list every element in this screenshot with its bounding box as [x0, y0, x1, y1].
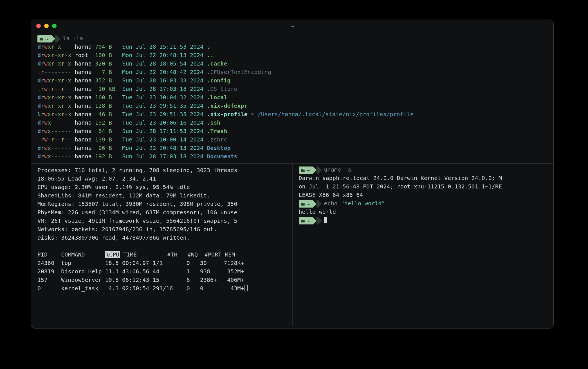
- ls-row: drwxr-xr-x hanna 128 B Tue Jul 23 09:51:…: [37, 102, 547, 110]
- ls-filename: .config: [207, 77, 230, 84]
- command-exe: uname: [324, 166, 341, 173]
- ls-filename: .: [207, 43, 210, 50]
- stdout-line: LEASE_X86_64 x86_64: [299, 191, 547, 199]
- ls-row: drwx------ hanna 96 B Mon Jul 22 20:48:1…: [37, 144, 547, 152]
- shell-prompt: ~: [299, 217, 322, 224]
- top-summary-line: VM: 26T vsize, 4911M framework vsize, 55…: [37, 217, 286, 225]
- shell-prompt: ~: [299, 166, 322, 174]
- close-icon[interactable]: [36, 24, 41, 28]
- ls-filename: .local: [207, 94, 227, 101]
- stdout-line: hello world: [299, 208, 547, 216]
- ls-row: drwxr-x--- hanna 704 B Sun Jul 28 15:21:…: [37, 42, 547, 51]
- traffic-lights: [36, 24, 57, 28]
- top-summary-line: MemRegions: 153507 total, 3930M resident…: [37, 200, 286, 208]
- ls-row: drwxr-xr-x hanna 320 B Sun Jul 28 18:05:…: [37, 59, 547, 68]
- prompt-cwd: ~: [307, 200, 310, 208]
- terminal-window: ~ ~ls -ladrwxr-x--- hanna 704 B Sun Jul …: [31, 20, 554, 328]
- zoom-icon[interactable]: [52, 24, 57, 28]
- top-header: PID COMMAND %CPU TIME #TH #WQ #PORT MEM: [37, 250, 286, 259]
- shell-prompt: ~: [37, 35, 60, 42]
- ls-row: drwxr-xr-x hanna 352 B Sun Jul 28 16:03:…: [37, 76, 547, 85]
- top-process-row: 0 kernel_task 4.3 02:50:54 291/16 0 0 43…: [37, 284, 286, 292]
- ls-filename: .nix-defexpr: [207, 102, 248, 109]
- top-summary-line: CPU usage: 2.30% user, 2.14% sys, 95.54%…: [37, 183, 286, 191]
- pane-top[interactable]: ~ls -ladrwxr-x--- hanna 704 B Sun Jul 28…: [31, 32, 553, 164]
- symlink-target: /Users/hanna/.local/state/nix/profiles/p…: [258, 111, 414, 118]
- ls-row: drwxr-xr-x hanna 160 B Tue Jul 23 10:04:…: [37, 93, 547, 102]
- command-exe: ls: [63, 35, 69, 42]
- pane-bottom-left[interactable]: Processes: 710 total, 2 running, 708 sle…: [31, 164, 293, 326]
- ls-row: drwxr-xr-x root 160 B Mon Jul 22 20:48:1…: [37, 51, 547, 59]
- ls-row: .r-------- hanna 7 B Mon Jul 22 20:48:42…: [37, 68, 547, 76]
- shell-prompt: ~: [299, 200, 322, 208]
- stdout-line: on Jul 1 21:56:48 PDT 2024; root:xnu-112…: [299, 182, 547, 191]
- top-summary-line: SharedLibs: 841M resident, 112M data, 79…: [37, 191, 286, 200]
- command-args: "hello world": [341, 200, 385, 207]
- command-line: ~ls -la: [37, 34, 547, 42]
- top-summary-line: 18:06:55 Load Avg: 2.07, 2.34, 2.41: [37, 174, 286, 183]
- command-args: -la: [73, 35, 83, 42]
- top-summary-line: Processes: 710 total, 2 running, 708 sle…: [37, 166, 286, 174]
- top-summary-line: Networks: packets: 20167948/23G in, 1578…: [37, 225, 286, 233]
- ls-filename: Desktop: [207, 145, 230, 151]
- ls-row: drwx------ hanna 64 B Sun Jul 28 17:11:5…: [37, 127, 547, 135]
- top-process-row: 24360 top 18.5 00:04.97 1/1 0 30 7128K+: [37, 259, 286, 267]
- command-line: ~: [299, 216, 547, 224]
- window-title: ~: [31, 22, 553, 29]
- command-line: ~uname -a: [299, 165, 547, 174]
- titlebar: ~: [31, 20, 553, 32]
- command-line: ~echo "hello world": [299, 199, 547, 208]
- command-exe: echo: [324, 200, 338, 207]
- top-summary-line: Disks: 3624380/90G read, 4478497/86G wri…: [37, 233, 286, 242]
- command-args: -a: [344, 166, 351, 173]
- prompt-cwd: ~: [307, 166, 310, 174]
- top-process-row: 20819 Discord Help 11.1 43:06.56 44 1 93…: [37, 267, 286, 276]
- prompt-cwd: ~: [45, 35, 49, 43]
- cursor-icon: [324, 217, 327, 223]
- top-summary-line: PhysMem: 22G used (3134M wired, 637M com…: [37, 208, 286, 217]
- prompt-cwd: ~: [307, 217, 310, 225]
- ls-row: .rw-r--r-- hanna 10 KB Sun Jul 28 17:03:…: [37, 85, 547, 93]
- ls-filename: .nix-profile: [207, 111, 248, 118]
- ls-row: drwx------ hanna 192 B Tue Jul 23 10:06:…: [37, 118, 547, 127]
- ls-filename: .DS_Store: [207, 86, 237, 92]
- stdout-line: Darwin sapphire.local 24.0.0 Darwin Kern…: [299, 174, 547, 182]
- ls-filename: .zshrc: [207, 136, 227, 143]
- ls-row: drwx------ hanna 192 B Sun Jul 28 17:03:…: [37, 152, 547, 161]
- minimize-icon[interactable]: [44, 24, 49, 28]
- ls-filename: ..: [207, 52, 214, 58]
- ls-filename: .ssh: [207, 119, 220, 126]
- top-process-row: 157 WindowServer 10.8 06:12:43 15 6 2386…: [37, 276, 286, 284]
- ls-row: .rw-r--r-- hanna 139 B Tue Jul 23 10:00:…: [37, 135, 547, 144]
- ls-row: lrwxr-xr-x hanna 46 B Tue Jul 23 09:51:3…: [37, 110, 547, 118]
- cursor-icon: [244, 285, 248, 291]
- ls-filename: .Trash: [207, 128, 227, 134]
- ls-filename: .cache: [207, 60, 227, 67]
- ls-filename: .CFUserTextEncoding: [207, 69, 271, 75]
- pane-bottom-right[interactable]: ~uname -aDarwin sapphire.local 24.0.0 Da…: [293, 164, 554, 326]
- ls-filename: Documents: [207, 153, 237, 160]
